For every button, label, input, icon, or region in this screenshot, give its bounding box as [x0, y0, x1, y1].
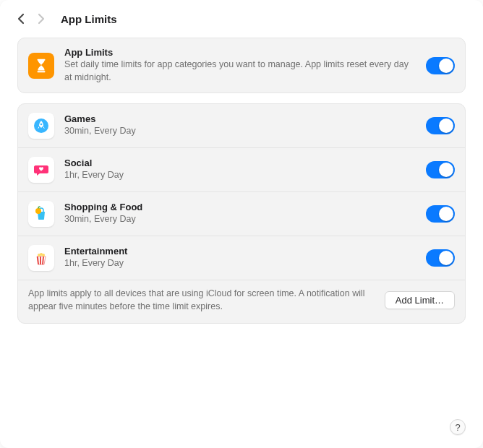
category-title: Social	[64, 158, 416, 168]
nav-arrows	[17, 13, 45, 25]
footer-note: App limits apply to all devices that are…	[28, 288, 375, 313]
master-desc: Set daily time limits for app categories…	[64, 59, 416, 84]
svg-point-4	[35, 208, 41, 214]
category-title: Shopping & Food	[64, 202, 416, 212]
chat-heart-icon	[33, 161, 50, 178]
category-limit: 1hr, Every Day	[64, 169, 416, 182]
category-toggle-games[interactable]	[426, 117, 455, 134]
back-button[interactable]	[17, 13, 25, 25]
chevron-right-icon	[38, 13, 45, 25]
category-limit: 1hr, Every Day	[64, 257, 416, 270]
forward-button[interactable]	[38, 13, 45, 25]
category-row-entertainment[interactable]: Entertainment 1hr, Every Day	[18, 236, 465, 280]
popcorn-icon	[33, 249, 50, 267]
header-bar: App Limits	[0, 0, 483, 38]
social-icon	[28, 157, 54, 183]
master-title: App Limits	[64, 47, 416, 58]
category-toggle-shopping[interactable]	[426, 205, 455, 223]
category-limit: 30min, Every Day	[64, 125, 416, 138]
apple-bag-icon	[33, 205, 50, 223]
category-toggle-entertainment[interactable]	[426, 249, 455, 267]
help-button[interactable]: ?	[450, 419, 466, 435]
page-title: App Limits	[61, 13, 117, 25]
add-limit-button[interactable]: Add Limit…	[385, 291, 455, 309]
games-icon	[28, 113, 54, 139]
category-title: Entertainment	[64, 246, 416, 257]
svg-point-7	[42, 254, 45, 257]
rocket-icon	[33, 117, 50, 134]
svg-rect-0	[38, 59, 46, 60]
app-limits-master-row: App Limits Set daily time limits for app…	[18, 38, 465, 92]
master-text: App Limits Set daily time limits for app…	[64, 47, 416, 84]
shopping-food-icon	[28, 201, 54, 227]
app-limits-icon	[28, 53, 54, 79]
category-limit: 30min, Every Day	[64, 213, 416, 226]
entertainment-icon	[28, 245, 54, 271]
panel-footer: App limits apply to all devices that are…	[18, 280, 465, 323]
categories-panel: Games 30min, Every Day Social 1hr, Every…	[17, 103, 466, 324]
hourglass-icon	[33, 58, 49, 74]
category-title: Games	[64, 113, 416, 124]
category-row-shopping[interactable]: Shopping & Food 30min, Every Day	[18, 191, 465, 236]
svg-rect-1	[38, 71, 46, 72]
svg-point-3	[40, 124, 43, 126]
category-row-games[interactable]: Games 30min, Every Day	[18, 104, 465, 147]
master-panel: App Limits Set daily time limits for app…	[17, 38, 466, 93]
app-limits-master-toggle[interactable]	[426, 57, 455, 74]
category-row-social[interactable]: Social 1hr, Every Day	[18, 147, 465, 191]
chevron-left-icon	[17, 13, 25, 25]
category-toggle-social[interactable]	[426, 161, 455, 178]
